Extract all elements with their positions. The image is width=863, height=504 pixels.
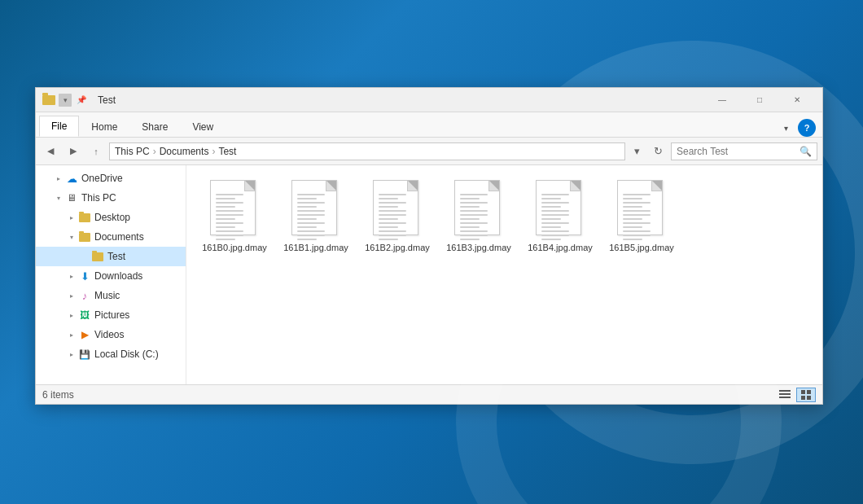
svg-rect-0 <box>779 390 791 392</box>
desktop-folder-icon <box>78 211 91 224</box>
file-area: 161B0.jpg.dmay <box>186 165 822 384</box>
sidebar-item-local-disk[interactable]: 💾 Local Disk (C:) <box>36 344 186 364</box>
crumb-sep-2: › <box>212 146 215 157</box>
documents-folder-icon <box>78 230 91 243</box>
crumb-test[interactable]: Test <box>218 146 236 157</box>
sidebar-item-this-pc[interactable]: 🖥 This PC <box>36 188 186 208</box>
svg-rect-3 <box>801 390 805 394</box>
sidebar-item-test[interactable]: Test <box>36 247 186 266</box>
file-icon-4 <box>536 180 585 239</box>
file-name-5: 161B5.jpg.dmay <box>609 242 674 253</box>
forward-button[interactable]: ▶ <box>64 142 83 160</box>
file-icon-0 <box>210 180 259 239</box>
addressbar: ◀ ▶ ↑ This PC › Documents › Test ▾ ↻ 🔍 <box>36 138 822 165</box>
list-view-icon <box>779 390 791 400</box>
folder-title-icon <box>42 94 55 107</box>
address-box[interactable]: This PC › Documents › Test <box>109 142 625 160</box>
test-folder-icon <box>91 250 104 263</box>
sidebar-item-desktop[interactable]: Desktop <box>36 208 186 227</box>
ribbon: File Home Share View ▾ ? <box>36 112 822 138</box>
tab-view[interactable]: View <box>180 116 226 137</box>
file-icon-5 <box>617 180 666 239</box>
sidebar-item-music[interactable]: ♪ Music <box>36 286 186 305</box>
tab-file[interactable]: File <box>39 116 79 137</box>
sidebar-label-pictures: Pictures <box>94 309 129 321</box>
tab-share[interactable]: Share <box>129 116 180 137</box>
address-dropdown-button[interactable]: ▾ <box>629 142 645 160</box>
search-box[interactable]: 🔍 <box>671 142 817 160</box>
sidebar-item-videos[interactable]: ▶ Videos <box>36 325 186 344</box>
svg-rect-5 <box>801 396 805 400</box>
item-count: 6 items <box>42 389 74 401</box>
file-item-2[interactable]: 161B2.jpg.dmay <box>361 177 434 256</box>
maximize-button[interactable]: □ <box>741 88 778 112</box>
file-item-0[interactable]: 161B0.jpg.dmay <box>198 177 271 256</box>
ribbon-tabs: File Home Share View ▾ ? <box>36 112 822 137</box>
window-controls: — □ ✕ <box>703 88 816 112</box>
ribbon-expand-btn[interactable]: ▾ <box>777 119 795 137</box>
crumb-sep-1: › <box>153 146 156 157</box>
file-icon-1 <box>291 180 340 239</box>
grid-view-button[interactable] <box>796 388 816 402</box>
file-icon-3 <box>454 180 503 239</box>
sidebar-label-test: Test <box>107 251 125 262</box>
svg-rect-4 <box>807 390 811 394</box>
file-name-1: 161B1.jpg.dmay <box>283 242 348 253</box>
tree-arrow-desktop <box>65 211 78 224</box>
up-button[interactable]: ↑ <box>86 142 106 160</box>
tree-arrow-this-pc <box>52 191 65 204</box>
grid-view-icon <box>801 390 811 400</box>
files-grid: 161B0.jpg.dmay <box>195 173 814 260</box>
sidebar-item-documents[interactable]: Documents <box>36 227 186 247</box>
titlebar-icons: ▾ 📌 <box>42 94 88 107</box>
sidebar-label-this-pc: This PC <box>81 192 116 204</box>
svg-rect-1 <box>779 393 791 395</box>
sidebar-item-onedrive[interactable]: ☁ OneDrive <box>36 169 186 188</box>
videos-icon: ▶ <box>78 328 91 341</box>
sidebar-label-desktop: Desktop <box>94 212 130 223</box>
minimize-button[interactable]: — <box>703 88 741 112</box>
onedrive-icon: ☁ <box>65 172 78 185</box>
sidebar-label-onedrive: OneDrive <box>81 173 123 184</box>
pictures-icon: 🖼 <box>78 309 91 322</box>
breadcrumb: This PC › Documents › Test <box>115 146 236 157</box>
close-button[interactable]: ✕ <box>778 88 816 112</box>
svg-rect-6 <box>807 396 811 400</box>
search-icon[interactable]: 🔍 <box>799 146 812 157</box>
refresh-button[interactable]: ↻ <box>648 142 668 160</box>
tree-arrow-onedrive <box>52 172 65 185</box>
tree-arrow-downloads <box>65 270 78 283</box>
sidebar-label-documents: Documents <box>94 231 144 243</box>
computer-icon: 🖥 <box>65 191 78 204</box>
tree-arrow-documents <box>65 230 78 243</box>
list-view-button[interactable] <box>775 388 795 402</box>
sidebar-label-downloads: Downloads <box>94 270 142 282</box>
svg-rect-2 <box>779 397 791 398</box>
file-item-4[interactable]: 161B4.jpg.dmay <box>523 177 597 256</box>
file-item-1[interactable]: 161B1.jpg.dmay <box>279 177 353 256</box>
file-icon-2 <box>373 180 422 239</box>
sidebar-label-videos: Videos <box>94 329 124 340</box>
tree-arrow-pictures <box>65 309 78 322</box>
file-item-5[interactable]: 161B5.jpg.dmay <box>605 177 678 256</box>
sidebar: ☁ OneDrive 🖥 This PC Desktop Documents <box>36 165 186 384</box>
music-icon: ♪ <box>78 289 91 302</box>
sidebar-item-pictures[interactable]: 🖼 Pictures <box>36 305 186 325</box>
back-button[interactable]: ◀ <box>41 142 60 160</box>
crumb-this-pc[interactable]: This PC <box>115 146 150 157</box>
file-name-3: 161B3.jpg.dmay <box>446 242 511 253</box>
search-input[interactable] <box>677 146 799 157</box>
pin-icon: 📌 <box>75 94 88 107</box>
crumb-documents[interactable]: Documents <box>160 146 209 157</box>
tab-home[interactable]: Home <box>79 116 129 137</box>
downloads-icon: ⬇ <box>78 270 91 283</box>
sidebar-label-local-disk: Local Disk (C:) <box>94 348 159 360</box>
file-item-3[interactable]: 161B3.jpg.dmay <box>442 177 515 256</box>
titlebar: ▾ 📌 Test — □ ✕ <box>36 88 822 112</box>
tree-arrow-music <box>65 289 78 302</box>
sidebar-item-downloads[interactable]: ⬇ Downloads <box>36 266 186 286</box>
file-name-4: 161B4.jpg.dmay <box>528 242 593 253</box>
window-title: Test <box>98 94 703 106</box>
nav-history-icon: ▾ <box>59 94 72 107</box>
help-button[interactable]: ? <box>798 119 816 137</box>
